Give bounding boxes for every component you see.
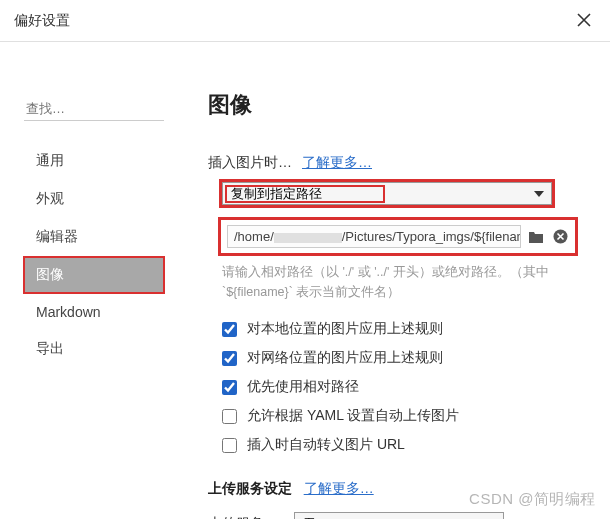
sidebar: 通用 外观 编辑器 图像 Markdown 导出: [0, 42, 180, 519]
obscured-text: [274, 233, 342, 243]
upload-learn-more-link[interactable]: 了解更多…: [304, 480, 374, 496]
learn-more-link[interactable]: 了解更多…: [302, 154, 372, 172]
close-button[interactable]: [564, 0, 604, 40]
upload-section-title: 上传服务设定: [208, 480, 292, 496]
checkbox-label: 优先使用相对路径: [247, 378, 359, 396]
clear-icon: [553, 229, 568, 244]
clear-path-button[interactable]: [551, 228, 569, 246]
search-input[interactable]: [24, 97, 164, 121]
path-hint-text: 请输入相对路径（以 './' 或 '../' 开头）或绝对路径。（其中 `${f…: [222, 262, 552, 302]
window-title: 偏好设置: [14, 12, 70, 30]
path-prefix: /home/: [234, 229, 274, 244]
checkbox-label: 对网络位置的图片应用上述规则: [247, 349, 443, 367]
browse-folder-button[interactable]: [527, 228, 545, 246]
checkbox-relative-path[interactable]: 优先使用相对路径: [222, 378, 590, 396]
checkbox-escape-input[interactable]: [222, 438, 237, 453]
checkbox-label: 允许根据 YAML 设置自动上传图片: [247, 407, 459, 425]
path-suffix: /Pictures/Typora_imgs/${filename: [342, 229, 521, 244]
sidebar-item-image[interactable]: 图像: [24, 257, 164, 293]
page-title: 图像: [208, 90, 590, 120]
content-panel: 图像 插入图片时… 了解更多… 复制到指定路径 /home//Pictures/…: [180, 42, 610, 519]
checkbox-local-images[interactable]: 对本地位置的图片应用上述规则: [222, 320, 590, 338]
checkbox-local-input[interactable]: [222, 322, 237, 337]
sidebar-item-general[interactable]: 通用: [24, 143, 164, 179]
upload-service-select[interactable]: 无: [294, 512, 504, 519]
insert-image-label: 插入图片时…: [208, 154, 292, 172]
sidebar-item-markdown[interactable]: Markdown: [24, 295, 164, 329]
folder-icon: [528, 230, 544, 244]
checkbox-escape-url[interactable]: 插入时自动转义图片 URL: [222, 436, 590, 454]
sidebar-item-export[interactable]: 导出: [24, 331, 164, 367]
image-path-input[interactable]: /home//Pictures/Typora_imgs/${filename: [227, 225, 521, 248]
checkbox-label: 对本地位置的图片应用上述规则: [247, 320, 443, 338]
sidebar-item-editor[interactable]: 编辑器: [24, 219, 164, 255]
checkbox-label: 插入时自动转义图片 URL: [247, 436, 405, 454]
checkbox-yaml-upload[interactable]: 允许根据 YAML 设置自动上传图片: [222, 407, 590, 425]
close-icon: [577, 13, 591, 27]
upload-service-label: 上传服务: [208, 515, 264, 520]
insert-action-select[interactable]: 复制到指定路径: [222, 182, 552, 205]
checkbox-relative-input[interactable]: [222, 380, 237, 395]
sidebar-item-appearance[interactable]: 外观: [24, 181, 164, 217]
checkbox-yaml-input[interactable]: [222, 409, 237, 424]
checkbox-network-images[interactable]: 对网络位置的图片应用上述规则: [222, 349, 590, 367]
checkbox-network-input[interactable]: [222, 351, 237, 366]
